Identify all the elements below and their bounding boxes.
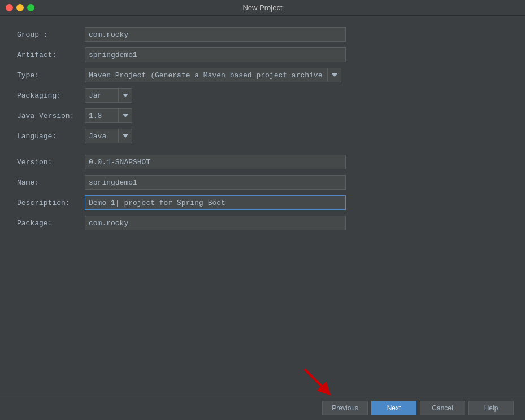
chevron-down-icon bbox=[123, 134, 128, 138]
type-row: Type: Maven Project (Generate a Maven ba… bbox=[17, 68, 508, 82]
form-content: Group : Artifact: Type: Maven Project (G… bbox=[0, 16, 525, 396]
type-dropdown-wrapper: Maven Project (Generate a Maven based pr… bbox=[85, 68, 341, 82]
description-label: Description: bbox=[17, 199, 85, 207]
artifact-input[interactable] bbox=[85, 47, 346, 62]
svg-line-1 bbox=[305, 369, 326, 391]
type-label: Type: bbox=[17, 71, 85, 80]
language-dropdown-arrow[interactable] bbox=[119, 129, 132, 143]
packaging-row: Packaging: Jar War bbox=[17, 88, 508, 103]
minimize-button[interactable] bbox=[16, 4, 24, 11]
name-row: Name: bbox=[17, 175, 508, 190]
name-label: Name: bbox=[17, 178, 85, 187]
footer-container: Previous Next Cancel Help bbox=[0, 396, 525, 420]
chevron-down-icon bbox=[123, 114, 128, 117]
previous-button[interactable]: Previous bbox=[322, 401, 368, 415]
help-button[interactable]: Help bbox=[468, 401, 514, 415]
main-window: New Project Group : Artifact: Type: Mave… bbox=[0, 0, 525, 420]
next-arrow-indicator bbox=[299, 364, 333, 397]
next-button[interactable]: Next bbox=[371, 401, 416, 415]
type-select[interactable]: Maven Project (Generate a Maven based pr… bbox=[85, 68, 328, 82]
group-label: Group : bbox=[17, 30, 85, 39]
maximize-button[interactable] bbox=[27, 4, 34, 11]
language-dropdown-wrapper: Java Kotlin Groovy bbox=[85, 129, 132, 143]
description-input[interactable] bbox=[85, 195, 346, 210]
java-version-select[interactable]: 1.8 11 17 bbox=[85, 108, 119, 123]
name-input[interactable] bbox=[85, 175, 346, 190]
title-bar: New Project bbox=[0, 0, 525, 16]
close-button[interactable] bbox=[6, 4, 13, 11]
packaging-label: Packaging: bbox=[17, 91, 85, 100]
chevron-down-icon bbox=[123, 94, 128, 97]
java-version-dropdown-wrapper: 1.8 11 17 bbox=[85, 108, 132, 123]
packaging-dropdown-wrapper: Jar War bbox=[85, 88, 132, 103]
artifact-row: Artifact: bbox=[17, 47, 508, 62]
chevron-down-icon bbox=[332, 73, 337, 77]
language-label: Language: bbox=[17, 132, 85, 141]
language-select[interactable]: Java Kotlin Groovy bbox=[85, 129, 119, 143]
group-input[interactable] bbox=[85, 27, 346, 42]
version-input[interactable] bbox=[85, 155, 346, 169]
package-input[interactable] bbox=[85, 216, 346, 230]
cancel-button[interactable]: Cancel bbox=[420, 401, 465, 415]
package-row: Package: bbox=[17, 216, 508, 230]
window-title: New Project bbox=[242, 3, 282, 12]
group-row: Group : bbox=[17, 27, 508, 42]
packaging-select[interactable]: Jar War bbox=[85, 88, 119, 103]
package-label: Package: bbox=[17, 219, 85, 228]
dialog-footer: Previous Next Cancel Help bbox=[0, 396, 525, 420]
version-row: Version: bbox=[17, 155, 508, 169]
java-version-row: Java Version: 1.8 11 17 bbox=[17, 108, 508, 123]
window-controls bbox=[6, 4, 34, 11]
description-row: Description: bbox=[17, 195, 508, 210]
version-label: Version: bbox=[17, 158, 85, 167]
artifact-label: Artifact: bbox=[17, 51, 85, 59]
form-area: Group : Artifact: Type: Maven Project (G… bbox=[17, 27, 508, 384]
java-version-dropdown-arrow[interactable] bbox=[119, 108, 132, 123]
packaging-dropdown-arrow[interactable] bbox=[119, 88, 132, 103]
java-version-label: Java Version: bbox=[17, 112, 85, 120]
type-dropdown-arrow[interactable] bbox=[328, 68, 341, 82]
language-row: Language: Java Kotlin Groovy bbox=[17, 129, 508, 143]
